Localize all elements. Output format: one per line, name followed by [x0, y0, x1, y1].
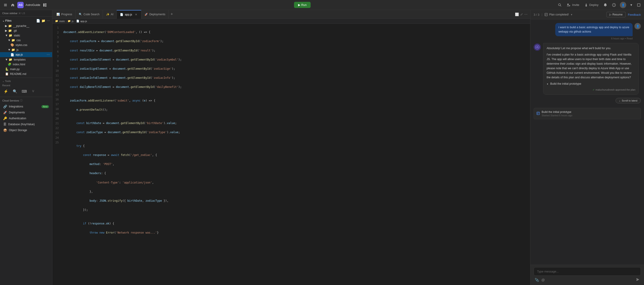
check-icon: ✓ — [592, 88, 594, 92]
user-message-time: 6 hours ago • Read — [555, 37, 632, 40]
file-more-btn[interactable]: ⋯ — [47, 53, 50, 56]
help-btn[interactable]: ? — [611, 2, 617, 8]
plan-icon — [544, 13, 548, 16]
files-more-btn[interactable]: ⋯ — [47, 19, 50, 22]
close-sidebar-btn[interactable]: Close sidebar ⌘⌥B — [2, 12, 25, 14]
feedback-btn[interactable]: Feedback — [628, 13, 641, 16]
auth-left: 🔑 Authentication — [3, 116, 26, 120]
chevron-down-icon[interactable]: ▾ — [630, 2, 633, 8]
file-label: app.js — [16, 53, 23, 56]
auth-label: Authentication — [9, 117, 26, 120]
ai-tool-btn[interactable]: ⚡ — [2, 88, 10, 95]
user-message-content: i want to build a basic astrology app an… — [555, 23, 632, 40]
sidebar: Close sidebar ⌘⌥B ⌄ Files 📄 📁 ⋯ ▶ 📁 __py… — [0, 10, 52, 285]
home-btn[interactable] — [10, 2, 16, 8]
svg-rect-4 — [45, 4, 46, 5]
resume-btn[interactable]: ▷ Resume — [606, 12, 626, 17]
chat-input-box[interactable] — [534, 267, 641, 276]
deployments-left: 🚀 Deployments — [3, 111, 25, 114]
more-actions-btn[interactable]: ⋯ — [524, 12, 528, 16]
send-btn[interactable] — [635, 277, 640, 283]
new-file-btn[interactable]: 📄 — [36, 19, 40, 22]
layout-btn[interactable] — [42, 2, 48, 8]
code-search-tab-label: Code Search — [84, 13, 100, 16]
deploy-label: Deploy — [590, 3, 598, 6]
search-btn[interactable] — [557, 2, 562, 8]
breadcrumb-static[interactable]: static — [59, 20, 65, 22]
file-item-js[interactable]: ▼ 📁 js — [0, 47, 52, 52]
tab-appjs[interactable]: 📄 app.js ✕ — [117, 10, 141, 19]
split-view-btn[interactable]: ⬜ — [515, 12, 519, 16]
file-item-css[interactable]: ▼ 📁 css — [0, 38, 52, 42]
file-item-git[interactable]: ▶ 📁 .git — [0, 28, 52, 33]
code-editor[interactable]: 12345 678910 1112131415 1617181920 21222… — [52, 24, 530, 285]
svg-rect-2 — [4, 6, 7, 6]
cloud-service-integrations[interactable]: 🔗 Integrations New — [2, 104, 50, 110]
file-item-appjs[interactable]: 📄 app.js ⋯ — [0, 52, 52, 57]
tab-deployments[interactable]: 🚀 Deployments — [141, 10, 168, 19]
cloud-services-section: Cloud Services ⓘ 🔗 Integrations New 🚀 De… — [0, 97, 52, 135]
svg-line-7 — [560, 6, 561, 6]
file-item-indexhtml[interactable]: 🧩 index.html — [0, 62, 52, 67]
tab-progress[interactable]: 📊 Progress — [53, 10, 76, 19]
status-dropdown-btn[interactable]: ▾ — [571, 13, 572, 16]
app-icon: AG — [17, 2, 24, 8]
code-content: document.addEventListener('DOMContentLoa… — [62, 24, 530, 285]
file-item-templates[interactable]: ▼ 📁 templates — [0, 57, 52, 62]
at-btn[interactable]: @ — [541, 277, 546, 283]
file-item-pycache[interactable]: ▶ 📁 __pycache__ — [0, 24, 52, 28]
files-section-header[interactable]: ⌄ Files 📄 📁 ⋯ — [0, 18, 52, 24]
sidebar-toggle-btn[interactable] — [3, 2, 8, 8]
cloud-service-auth[interactable]: 🔑 Authentication — [2, 116, 50, 121]
close-sidebar-label: Close sidebar — [2, 12, 18, 14]
file-item-static[interactable]: ▼ 📁 static — [0, 33, 52, 38]
chat-send-row: 📎 @ — [534, 277, 641, 283]
svg-rect-5 — [45, 5, 46, 6]
file-item-readme[interactable]: 📋 README.md — [0, 72, 52, 76]
breadcrumb-appjs[interactable]: app.js — [80, 20, 87, 22]
cloud-service-storage[interactable]: 📦 Object Storage — [2, 127, 50, 133]
expand-btn[interactable]: ⤢ — [520, 12, 523, 16]
deploy-btn[interactable]: Deploy — [584, 2, 600, 8]
maximize-btn[interactable] — [636, 2, 641, 8]
folder-icon: ▼ 📁 — [5, 58, 12, 61]
chat-messages[interactable]: i want to build a basic astrology app an… — [530, 19, 644, 265]
tab-actions: ⬜ ⤢ ⋯ — [513, 12, 529, 16]
tab-code-search[interactable]: 🔍 Code Search — [76, 10, 103, 19]
file-item-mainpy[interactable]: 🐍 main.py — [0, 67, 52, 72]
svg-point-6 — [558, 4, 560, 6]
breadcrumb-folder-icon: 📁 — [55, 20, 58, 22]
tab-close-btn[interactable]: ✕ — [134, 13, 138, 16]
storage-label: Object Storage — [9, 128, 27, 132]
cloud-service-deployments[interactable]: 🚀 Deployments — [2, 110, 50, 116]
sidebar-topbar: Close sidebar ⌘⌥B — [0, 10, 52, 16]
run-button[interactable]: ▶ Run — [294, 2, 310, 8]
add-tab-btn[interactable]: + — [168, 12, 175, 16]
new-badge: New — [42, 105, 49, 108]
integrations-left: 🔗 Integrations — [3, 105, 23, 108]
deployments-label: Deployments — [9, 111, 25, 114]
file-label: js — [16, 48, 18, 52]
deployments-icon: 🚀 — [3, 111, 7, 114]
code-search-tab-icon: 🔍 — [79, 13, 82, 16]
avatar[interactable]: 👤 — [620, 2, 626, 8]
breadcrumb-js[interactable]: js — [72, 20, 74, 22]
svg-point-21 — [538, 47, 539, 48]
file-item-styles[interactable]: 🎨 styles.css — [0, 42, 52, 47]
chat-input[interactable] — [537, 270, 638, 273]
build-step-icon — [536, 112, 540, 116]
tab-ai[interactable]: ✨ AI — [103, 10, 117, 19]
attach-btn[interactable]: 📎 — [534, 277, 540, 283]
cloud-service-database[interactable]: 🗄 Database (Key/Value) — [2, 121, 50, 127]
new-folder-btn[interactable]: 📁 — [42, 19, 45, 22]
file-label: templates — [14, 58, 26, 61]
bell-btn[interactable] — [602, 2, 608, 8]
integrations-icon: 🔗 — [3, 105, 7, 108]
search-tool-btn[interactable]: 🔍 — [12, 88, 19, 95]
scroll-to-latest-btn[interactable]: ↓ Scroll to latest — [616, 98, 641, 103]
ai-message-content: Absolutely! Let me propose what we'll bu… — [543, 43, 639, 95]
ai-bubble: Absolutely! Let me propose what we'll bu… — [543, 43, 639, 95]
fork-tool-btn[interactable]: ⑂ — [30, 88, 37, 95]
terminal-tool-btn[interactable]: ⌨ — [20, 88, 28, 95]
invite-btn[interactable]: Invite — [566, 2, 580, 8]
